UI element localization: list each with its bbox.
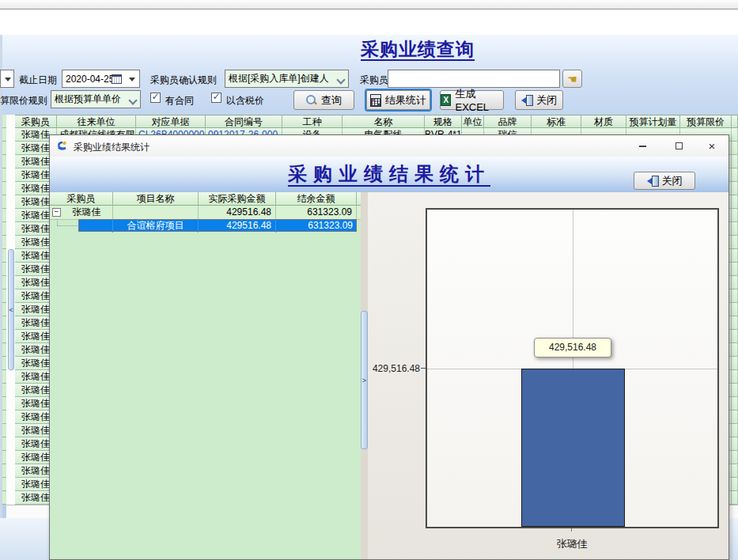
app-logo-icon xyxy=(56,140,68,154)
bg-cell xyxy=(732,464,738,478)
bg-col-header[interactable]: 名称 xyxy=(343,115,425,128)
dialog-header-title: 采购业绩结果统计 xyxy=(50,161,729,187)
buyer-picker-button[interactable]: ☚ xyxy=(562,70,582,88)
dialog-col-header[interactable]: 项目名称 xyxy=(113,192,199,206)
tree-collapse-icon[interactable]: − xyxy=(52,208,61,217)
bg-col-header[interactable]: 合同编号 xyxy=(206,115,282,128)
dialog-close-button[interactable]: 关闭 xyxy=(634,172,695,190)
bg-col-header[interactable]: 往来单位 xyxy=(57,115,136,128)
deadline-label: 截止日期 xyxy=(19,74,57,87)
row-project: 合谊榕府项目 xyxy=(113,219,199,233)
excel-icon: X xyxy=(441,94,451,106)
screen: 采购业绩查询 截止日期 2020-04-25 采购员确认规则 根据[采购入库单]… xyxy=(0,0,738,560)
tax-included-checkbox[interactable]: ✓ xyxy=(211,93,221,103)
bg-col-header[interactable]: 规格 xyxy=(425,115,462,128)
calendar-icon[interactable] xyxy=(112,74,122,84)
dialog-table-row-selected-wrap: 合谊榕府项目 429516.48 631323.09 xyxy=(50,219,361,232)
stats-button-label: 结果统计 xyxy=(385,93,426,108)
row-balance-amount: 631323.09 xyxy=(276,219,357,233)
bg-cell xyxy=(732,155,738,168)
chart-panel: 429,516.48 429,516.48 张璐佳 xyxy=(368,192,729,559)
dialog-titlebar[interactable]: 采购业绩结果统计 × xyxy=(50,135,729,157)
chart-plot-area: 429,516.48 xyxy=(426,208,719,528)
bg-cell xyxy=(732,195,738,209)
bg-cell xyxy=(732,263,738,276)
stats-button[interactable]: 结果统计 xyxy=(366,90,430,110)
search-icon xyxy=(306,95,317,106)
left-panel-splitter[interactable]: < xyxy=(8,249,14,370)
bg-cell xyxy=(732,411,738,424)
deadline-date-input[interactable]: 2020-04-25 xyxy=(62,70,140,88)
dialog-col-header[interactable]: 实际采购金额 xyxy=(199,192,276,206)
row-balance-amount: 631323.09 xyxy=(276,206,357,219)
bg-col-header[interactable]: 单位 xyxy=(462,115,484,128)
close-window-button[interactable]: × xyxy=(705,140,719,152)
dialog-splitter[interactable]: > xyxy=(361,311,368,449)
bg-cell xyxy=(732,222,738,236)
bg-col-header[interactable]: 预算计划量 xyxy=(626,115,680,128)
minimize-button[interactable] xyxy=(635,140,649,152)
checkmark-icon: ✓ xyxy=(151,91,159,102)
confirm-rule-label: 采购员确认规则 xyxy=(150,74,217,87)
close-button[interactable]: 关闭 xyxy=(515,90,563,110)
dialog-table-header: 采购员 项目名称 实际采购金额 结余金额 xyxy=(50,192,361,206)
minimize-icon xyxy=(639,146,646,147)
bg-col-header[interactable]: 工种 xyxy=(282,115,343,128)
clipped-combo-stub[interactable] xyxy=(0,70,14,88)
bar-series-zhanglujia[interactable] xyxy=(521,369,625,527)
x-axis-tick-mark xyxy=(571,528,572,532)
collapse-right-icon: > xyxy=(362,376,366,384)
bg-col-header[interactable] xyxy=(732,115,738,128)
dialog-table-row[interactable]: − 张璐佳 429516.48 631323.09 xyxy=(50,206,361,220)
bg-cell xyxy=(732,249,738,263)
maximize-button[interactable] xyxy=(672,140,686,152)
tax-included-label: 以含税价 xyxy=(226,94,264,108)
query-button-label: 查询 xyxy=(321,93,342,108)
stats-button-focus-ring: 结果统计 xyxy=(365,89,432,112)
tree-branch-line xyxy=(57,219,78,226)
bg-cell xyxy=(732,357,738,370)
close-icon: × xyxy=(709,141,716,151)
bg-cell xyxy=(732,397,738,411)
bg-col-header[interactable]: 对应单据 xyxy=(136,115,206,128)
exit-door-icon xyxy=(521,95,532,105)
calculator-icon xyxy=(370,94,381,107)
bg-cell xyxy=(732,236,738,249)
confirm-rule-value: 根据[采购入库单]创建人 xyxy=(229,73,329,84)
confirm-rule-select[interactable]: 根据[采购入库单]创建人 xyxy=(225,70,349,88)
row-buyer xyxy=(78,219,113,233)
dialog-header: 采购业绩结果统计 关闭 xyxy=(50,157,729,192)
bg-col-header[interactable]: 材质 xyxy=(581,115,626,128)
bg-cell xyxy=(732,168,738,182)
bg-cell xyxy=(732,424,738,437)
bg-col-header[interactable]: 预算限价 xyxy=(680,115,732,128)
dialog-col-header[interactable]: 结余金额 xyxy=(276,192,357,206)
checkmark-icon: ✓ xyxy=(212,91,220,102)
bg-col-header[interactable]: 采购员 xyxy=(15,115,57,128)
dialog-close-button-label: 关闭 xyxy=(662,174,683,188)
excel-button[interactable]: X 生成EXCEL xyxy=(440,90,504,110)
bg-cell xyxy=(732,316,738,330)
row-actual-amount: 429516.48 xyxy=(199,219,276,233)
pointing-hand-icon: ☚ xyxy=(567,74,577,85)
query-button[interactable]: 查询 xyxy=(293,90,354,110)
bg-col-header[interactable]: 品牌 xyxy=(484,115,532,128)
bg-cell xyxy=(732,384,738,397)
dialog-col-header[interactable]: 采购员 xyxy=(50,192,113,206)
bg-col-header[interactable]: 标准 xyxy=(532,115,581,128)
page-title: 采购业绩查询 xyxy=(299,37,536,62)
exit-door-icon xyxy=(647,176,658,186)
buyer-input[interactable] xyxy=(388,70,560,88)
row-buyer: 张璐佳 xyxy=(73,206,101,218)
limit-rule-select[interactable]: 根据预算单单价 xyxy=(51,90,141,108)
limit-rule-value: 根据预算单单价 xyxy=(55,93,121,104)
maximize-icon xyxy=(676,142,683,149)
dialog-table-row-selected[interactable]: 合谊榕府项目 429516.48 631323.09 xyxy=(78,219,357,232)
bg-cell xyxy=(732,370,738,384)
deadline-date-value: 2020-04-25 xyxy=(66,74,114,85)
dropdown-arrow-icon[interactable] xyxy=(129,78,135,81)
bg-cell xyxy=(732,142,738,155)
has-contract-checkbox[interactable]: ✓ xyxy=(150,93,161,103)
y-axis-tick-label: 429,516.48 xyxy=(368,363,420,374)
chevron-down-icon xyxy=(128,96,137,104)
